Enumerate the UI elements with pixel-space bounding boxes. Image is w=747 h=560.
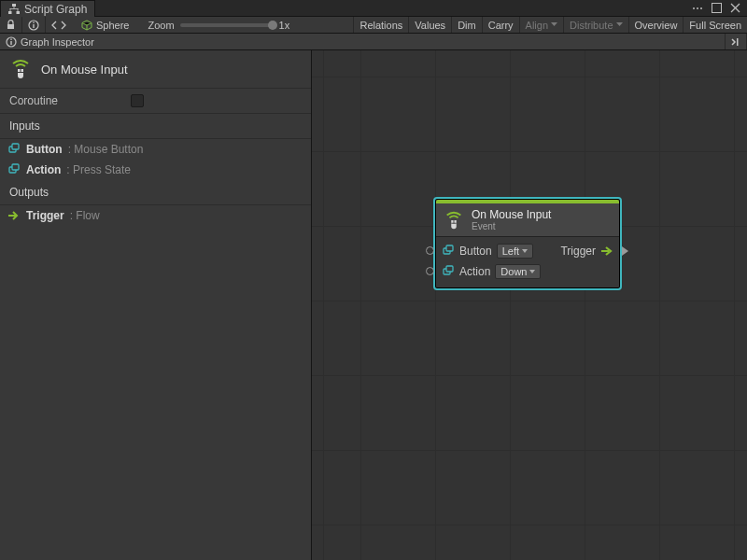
collapse-inspector-button[interactable] [725,34,747,49]
outputs-header: Outputs [0,180,311,205]
data-port-icon [7,163,21,176]
graph-inspector-label: Graph Inspector [21,36,94,48]
svg-rect-1 [8,11,12,14]
output-port-row: Trigger : Flow [0,205,311,226]
zoom-handle[interactable] [268,21,277,30]
svg-rect-22 [12,144,19,149]
info-icon [28,20,39,31]
svg-rect-11 [7,24,14,29]
data-port-icon [442,265,455,278]
align-button[interactable]: Align [519,17,563,33]
svg-rect-5 [10,8,11,11]
action-dropdown[interactable]: Down [495,264,541,279]
node-button-label: Button [459,245,492,258]
node-action-label: Action [459,265,490,278]
svg-rect-18 [737,38,739,46]
caret-down-icon [551,22,557,27]
flow-arrow-icon [7,209,21,222]
code-button[interactable] [46,17,72,33]
svg-rect-30 [446,266,453,272]
button-value: Left [502,245,519,257]
node-subtitle: Event [472,221,551,231]
distribute-button[interactable]: Distribute [563,17,627,33]
svg-rect-2 [17,11,21,14]
graph-inspector-panel: On Mouse Input Coroutine Inputs Button :… [0,50,312,560]
graph-canvas[interactable]: On Mouse Input Event Button Left T [312,50,747,560]
caret-down-icon [529,270,535,273]
carry-button[interactable]: Carry [482,17,519,33]
tab-script-graph[interactable]: Script Graph [0,0,95,17]
inspector-title: On Mouse Input [41,63,128,77]
svg-rect-24 [12,164,19,170]
tab-label: Script Graph [24,3,87,16]
svg-point-9 [700,7,702,9]
node-on-mouse-input[interactable]: On Mouse Input Event Button Left T [435,199,620,288]
values-button[interactable]: Values [408,17,451,33]
caret-down-icon [616,22,623,27]
hierarchy-icon [8,4,20,15]
zoom-slider[interactable] [180,23,274,27]
input-name: Button [26,143,63,156]
overview-button[interactable]: Overview [628,17,684,33]
svg-rect-17 [10,38,11,39]
svg-rect-28 [446,245,453,251]
input-port-button[interactable] [426,246,434,255]
zoom-value: 1x [279,20,290,31]
data-port-icon [7,143,21,156]
collapse-icon [728,37,743,47]
output-type: Flow [76,209,99,222]
svg-rect-20 [18,72,23,73]
button-dropdown[interactable]: Left [497,244,533,259]
svg-point-7 [693,7,695,9]
input-port-action[interactable] [426,267,434,275]
mouse-event-icon [9,58,32,80]
zoom-label: Zoom [148,20,174,31]
svg-rect-10 [712,4,721,13]
svg-rect-26 [451,222,457,223]
node-trigger-label: Trigger [560,245,596,258]
dim-button[interactable]: Dim [451,17,482,33]
svg-rect-6 [18,8,19,11]
code-icon [51,20,66,31]
svg-rect-13 [33,24,34,28]
svg-point-8 [697,7,698,9]
fullscreen-button[interactable]: Full Screen [683,17,747,33]
svg-rect-14 [33,21,34,22]
object-field[interactable]: Sphere [72,17,138,33]
svg-rect-16 [10,41,11,45]
input-port-row: Action : Press State [0,160,311,180]
input-type: Mouse Button [74,143,143,156]
svg-rect-4 [10,8,19,9]
mouse-event-icon [444,210,464,231]
input-name: Action [26,163,61,176]
action-value: Down [500,266,527,277]
data-port-icon [442,245,455,258]
node-title: On Mouse Input [472,208,551,221]
maximize-icon[interactable] [710,2,723,15]
flow-arrow-icon [600,245,613,257]
object-name: Sphere [96,20,129,31]
output-name: Trigger [26,209,64,222]
input-port-row: Button : Mouse Button [0,139,311,160]
output-port-trigger[interactable] [622,246,628,256]
lock-icon [6,20,16,30]
caret-down-icon [522,249,528,253]
input-type: Press State [73,163,131,176]
close-icon[interactable] [728,2,741,15]
lock-button[interactable] [0,17,22,33]
svg-rect-0 [12,4,16,7]
object-icon [81,20,92,31]
window-menu-icon[interactable] [691,2,704,15]
relations-button[interactable]: Relations [353,17,408,33]
inputs-header: Inputs [0,114,311,139]
coroutine-checkbox[interactable] [131,94,144,107]
info-button[interactable] [22,17,46,33]
info-icon [6,36,17,48]
coroutine-label: Coroutine [9,94,131,107]
